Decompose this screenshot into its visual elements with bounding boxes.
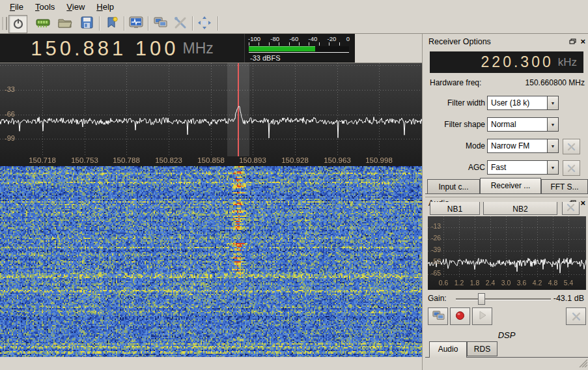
play-icon (478, 311, 487, 322)
spectrum-freq-label: 150.753 (71, 156, 98, 164)
audio-x-label: 3.0 (501, 279, 511, 287)
tab-label: Receiver ... (491, 181, 531, 190)
nb1-button[interactable]: NB1 (430, 202, 480, 215)
waterfall-display[interactable] (0, 166, 422, 357)
meter-tick-label: -60 (289, 35, 298, 42)
filter-shape-select[interactable]: Normal ▼ (487, 117, 559, 132)
gain-slider-handle[interactable] (478, 293, 485, 305)
audio-play-button[interactable] (472, 307, 492, 325)
gqrx-window: File Tools View Help (0, 0, 588, 370)
tab-fft-settings[interactable]: FFT S... (541, 179, 588, 193)
tab-input-controls[interactable]: Input c... (427, 179, 480, 193)
tab-pane-border (425, 193, 588, 194)
signal-meter: -100 -80 -60 -40 -20 0 -33 dBFS (244, 34, 355, 63)
channel-freq-display[interactable]: 220.300 kHz (430, 51, 583, 73)
filter-width-select[interactable]: User (18 k) ▼ (487, 96, 559, 110)
audio-db-label: -13 (431, 222, 441, 230)
gain-label: Gain: (428, 294, 447, 303)
agc-value: Fast (488, 161, 547, 174)
display-gap (355, 34, 423, 63)
toolbar-drag-handle[interactable] (2, 17, 7, 30)
meter-tick-label: -100 (248, 35, 260, 42)
agc-select[interactable]: Fast ▼ (487, 160, 559, 175)
toolbar-separator (148, 16, 149, 31)
chevron-down-icon[interactable]: ▼ (547, 161, 558, 174)
nb1-label: NB1 (447, 205, 462, 214)
dsp-display-button[interactable] (127, 15, 145, 32)
menu-tools[interactable]: Tools (29, 1, 61, 13)
tab-rds[interactable]: RDS (467, 341, 497, 356)
resize-grip-icon[interactable] (578, 358, 587, 369)
spectrum-freq-label: 150.858 (197, 156, 225, 164)
gain-slider[interactable] (456, 293, 551, 305)
tab-label: FFT S... (550, 182, 578, 192)
menu-bar: File Tools View Help (0, 0, 588, 14)
mode-row: Mode Narrow FM ▼ (425, 139, 588, 154)
filter-width-label: Filter width (447, 98, 485, 107)
gain-slider-groove (456, 298, 551, 300)
meter-track (249, 46, 349, 51)
hardware-freq-value: 150.660800 MHz (525, 78, 585, 87)
mode-options-button[interactable] (563, 139, 580, 154)
toolbar-separator (124, 16, 125, 31)
channel-freq-value[interactable]: 220.300 (481, 53, 553, 71)
receiver-dock-controls: × (569, 38, 585, 45)
close-dock-icon[interactable]: × (580, 38, 585, 45)
agc-row: AGC Fast ▼ (425, 160, 588, 176)
mode-select[interactable]: Narrow FM ▼ (487, 139, 559, 153)
toolbar (0, 14, 588, 34)
menu-view[interactable]: View (61, 1, 91, 13)
audio-more-options-button[interactable] (566, 307, 586, 325)
filter-width-row: Filter width User (18 k) ▼ (425, 96, 588, 111)
chevron-down-icon[interactable]: ▼ (547, 96, 558, 109)
chevron-down-icon[interactable]: ▼ (547, 139, 558, 152)
right-panel: Receiver Options × 220.300 kHz Hardware … (425, 34, 588, 370)
frequency-value[interactable]: 150.881 100 (31, 37, 178, 61)
filter-shape-label: Filter shape (444, 120, 485, 129)
sdr-device-button[interactable] (34, 15, 51, 32)
fullscreen-button[interactable] (195, 15, 213, 32)
spectrum-plot[interactable] (0, 63, 422, 166)
spectrum-freq-label: 150.893 (239, 156, 266, 164)
audio-db-label: -26 (431, 234, 441, 242)
save-button[interactable] (78, 15, 96, 32)
agc-label: AGC (468, 163, 485, 172)
spectrum-freq-label: 150.788 (113, 156, 140, 164)
power-toggle-button[interactable] (8, 15, 27, 33)
audio-x-label: 5.4 (564, 279, 574, 287)
audio-x-label: 3.6 (517, 279, 527, 287)
bookmark-icon (105, 16, 119, 31)
spectrum-freq-label: 150.823 (155, 156, 182, 164)
bottom-strip (0, 357, 423, 370)
audio-record-button[interactable] (450, 307, 470, 325)
audio-x-label: 1.2 (455, 279, 464, 287)
agc-options-button[interactable] (563, 160, 580, 176)
audio-db-label: -52 (431, 257, 441, 265)
network-audio-icon (432, 310, 445, 323)
bookmarks-button[interactable] (103, 15, 120, 32)
menu-file[interactable]: File (4, 1, 29, 13)
spectrum-freq-label: 150.928 (281, 156, 309, 164)
tools-button[interactable] (171, 15, 189, 32)
remote-control-button[interactable] (151, 15, 169, 32)
open-button[interactable] (56, 15, 74, 32)
tab-audio[interactable]: Audio (429, 341, 467, 358)
audio-x-label: 4.8 (548, 279, 558, 287)
filter-shape-row: Filter shape Normal ▼ (425, 117, 588, 133)
open-folder-icon (58, 17, 72, 31)
mode-label: Mode (466, 141, 485, 150)
chevron-down-icon[interactable]: ▼ (547, 118, 558, 131)
nb2-button[interactable]: NB2 (483, 202, 557, 215)
tab-receiver-options[interactable]: Receiver ... (480, 178, 541, 193)
noise-blanker-strip: NB1 NB2 (425, 202, 588, 215)
float-dock-icon[interactable] (569, 38, 576, 45)
frequency-display[interactable]: 150.881 100 MHz (0, 34, 244, 63)
tab-label: Input c... (438, 182, 468, 192)
audio-options-button[interactable] (562, 202, 580, 215)
audio-dock-border (425, 197, 588, 197)
meter-level-text: -33 dBFS (250, 54, 280, 62)
audio-stream-button[interactable] (428, 307, 448, 325)
hardware-freq-row: Hardware freq: 150.660800 MHz (430, 78, 585, 87)
menu-help[interactable]: Help (91, 1, 120, 13)
channel-freq-unit: kHz (558, 56, 577, 69)
